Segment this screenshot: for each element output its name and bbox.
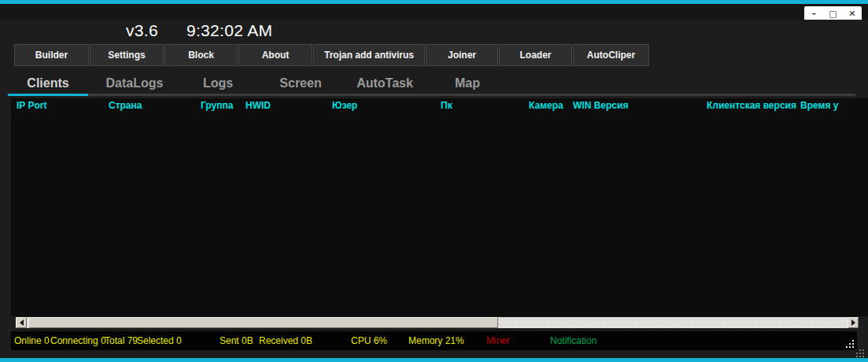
- autocliper-button[interactable]: AutoCliper: [573, 44, 649, 66]
- scroll-left-arrow-icon: [20, 320, 24, 326]
- status-miner[interactable]: Miner: [486, 335, 510, 346]
- column-header-group[interactable]: Группа: [201, 100, 233, 111]
- loader-button[interactable]: Loader: [499, 44, 572, 66]
- status-sent: Sent 0B: [220, 335, 253, 346]
- app-window: – ▢ ✕ v3.6 9:32:02 AM Builder Settings B…: [0, 0, 868, 362]
- status-total: Total 79: [105, 335, 138, 346]
- tab-clients[interactable]: Clients: [8, 72, 88, 94]
- status-selected: Selected 0: [137, 335, 182, 346]
- joiner-button[interactable]: Joiner: [426, 44, 498, 66]
- app-version: v3.6: [126, 21, 158, 40]
- scroll-right-button[interactable]: [848, 317, 859, 328]
- status-memory: Memory 21%: [408, 335, 464, 346]
- builder-button[interactable]: Builder: [14, 44, 89, 66]
- titlebar-strip[interactable]: – ▢ ✕: [0, 4, 868, 21]
- block-button[interactable]: Block: [164, 44, 238, 66]
- toolbar: Builder Settings Block About Trojan add …: [14, 44, 649, 66]
- status-notification[interactable]: Notification: [550, 335, 597, 346]
- settings-button[interactable]: Settings: [90, 44, 164, 66]
- column-header-hwid[interactable]: HWID: [246, 100, 271, 111]
- status-connecting: Connecting 0: [50, 335, 106, 346]
- resize-grip-icon[interactable]: [843, 337, 854, 348]
- window-resize-grip-icon[interactable]: [854, 348, 864, 357]
- scroll-left-button[interactable]: [16, 317, 27, 328]
- about-button[interactable]: About: [238, 44, 312, 66]
- status-online: Online 0: [14, 335, 50, 346]
- table-header-row: IP Port Страна Группа HWID Юзер Пк Камер…: [11, 98, 868, 113]
- tab-bar: Clients DataLogs Logs Screen AutoTask Ma…: [8, 72, 855, 96]
- column-header-ip-port[interactable]: IP Port: [17, 100, 46, 111]
- column-header-country[interactable]: Страна: [109, 100, 142, 111]
- status-cpu: CPU 6%: [351, 335, 387, 346]
- tab-autotask[interactable]: AutoTask: [346, 72, 423, 94]
- horizontal-scrollbar[interactable]: [16, 317, 859, 328]
- bottom-accent-bar: [0, 358, 868, 362]
- column-header-uptime[interactable]: Время у: [800, 100, 838, 111]
- trojan-add-antivirus-button[interactable]: Trojan add antivirus: [313, 44, 425, 66]
- tab-screen[interactable]: Screen: [255, 72, 346, 94]
- column-header-camera[interactable]: Камера: [529, 100, 563, 111]
- status-received: Received 0B: [259, 335, 312, 346]
- tab-logs[interactable]: Logs: [181, 72, 255, 94]
- column-header-client-version[interactable]: Клиентская версия: [707, 100, 796, 111]
- scroll-right-arrow-icon: [851, 320, 855, 326]
- column-header-pc[interactable]: Пк: [441, 100, 452, 111]
- table-body-empty[interactable]: [11, 113, 868, 316]
- column-header-user[interactable]: Юзер: [332, 100, 357, 111]
- scrollbar-thumb[interactable]: [28, 317, 498, 328]
- titlebar: v3.6 9:32:02 AM: [0, 20, 868, 42]
- tab-map[interactable]: Map: [423, 72, 512, 94]
- clients-table: IP Port Страна Группа HWID Юзер Пк Камер…: [11, 98, 868, 316]
- status-bar: Online 0 Connecting 0 Total 79 Selected …: [11, 331, 857, 350]
- clock: 9:32:02 AM: [187, 21, 272, 40]
- tab-datalogs[interactable]: DataLogs: [88, 72, 181, 94]
- column-header-win-version[interactable]: WIN Версия: [573, 100, 628, 111]
